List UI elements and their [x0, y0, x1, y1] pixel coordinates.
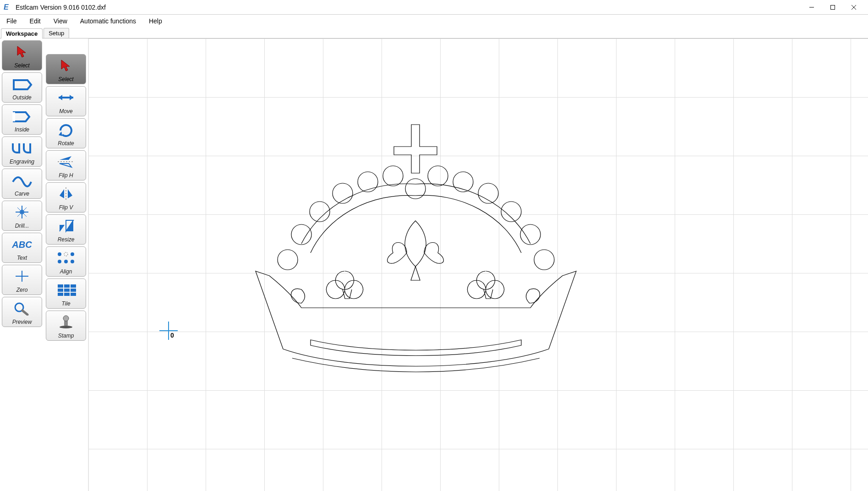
svg-point-36 [405, 179, 426, 199]
window-title: Estlcam Version 9.016 0102.dxf [16, 4, 801, 11]
svg-point-40 [358, 172, 378, 192]
move-tool-button[interactable]: Move [46, 86, 86, 116]
svg-point-18 [58, 252, 61, 256]
tab-strip: WorkspaceSetup [0, 27, 868, 38]
svg-point-43 [453, 172, 473, 192]
close-button[interactable] [843, 0, 864, 15]
carve-icon [2, 169, 42, 191]
move-label: Move [59, 108, 72, 116]
tab-setup[interactable]: Setup [44, 28, 69, 38]
menu-item-help[interactable]: Help [147, 16, 164, 27]
move-icon [46, 87, 86, 108]
preview-tool-button[interactable]: Preview [2, 297, 42, 327]
engraving-icon [2, 137, 42, 158]
minimize-button[interactable] [801, 0, 822, 15]
fliph-label: Flip H [59, 172, 73, 180]
svg-point-35 [63, 316, 69, 321]
svg-point-37 [291, 224, 311, 245]
maximize-button[interactable] [822, 0, 843, 15]
fliph-icon [46, 151, 86, 172]
stamp-label: Stamp [58, 333, 74, 340]
svg-line-14 [22, 311, 27, 315]
flipv-label: Flip V [59, 204, 73, 212]
svg-point-48 [534, 250, 554, 270]
select2-tool-button[interactable]: Select [46, 54, 86, 84]
tile-icon [46, 279, 86, 300]
svg-rect-32 [71, 293, 76, 296]
fliph-tool-button[interactable]: Flip H [46, 150, 86, 180]
preview-label: Preview [12, 319, 32, 327]
title-bar: E Estlcam Version 9.016 0102.dxf [0, 0, 868, 15]
svg-point-39 [333, 183, 353, 203]
engraving-tool-button[interactable]: Engraving [2, 136, 42, 167]
svg-point-20 [71, 252, 74, 256]
svg-point-23 [71, 260, 74, 263]
select-tool-button[interactable]: Select [2, 40, 42, 71]
right-toolbar: SelectMoveRotateFlip HFlip VResizeAlignT… [44, 38, 88, 491]
text-icon: ABC [2, 233, 42, 255]
carve-label: Carve [15, 191, 29, 198]
zero-label: Zero [16, 287, 28, 295]
svg-rect-26 [71, 284, 76, 288]
flipv-tool-button[interactable]: Flip V [46, 182, 86, 213]
text-label: Text [17, 255, 27, 262]
select-label: Select [14, 62, 29, 70]
menu-item-view[interactable]: View [52, 16, 69, 27]
preview-icon [2, 297, 42, 319]
align-tool-button[interactable]: Align [46, 246, 86, 277]
menu-item-automatic-functions[interactable]: Automatic functions [78, 16, 138, 27]
origin-label: 0 [170, 332, 174, 339]
svg-rect-29 [71, 289, 76, 292]
outside-tool-button[interactable]: Outside [2, 72, 42, 103]
rotate-tool-button[interactable]: Rotate [46, 118, 86, 148]
zero-icon [2, 265, 42, 287]
outside-icon [2, 73, 42, 94]
svg-text:ABC: ABC [11, 240, 32, 250]
select-icon [2, 41, 42, 62]
menu-item-edit[interactable]: Edit [28, 16, 43, 27]
app-icon: E [4, 3, 12, 11]
flipv-icon [46, 183, 86, 204]
svg-point-42 [428, 166, 448, 186]
zero-tool-button[interactable]: Zero [2, 265, 42, 295]
text-tool-button[interactable]: ABCText [2, 233, 42, 263]
select2-label: Select [58, 76, 73, 84]
inside-label: Inside [15, 126, 29, 134]
svg-point-45 [501, 202, 521, 222]
svg-point-33 [60, 326, 72, 328]
resize-tool-button[interactable]: Resize [46, 214, 86, 245]
engraving-label: Engraving [10, 158, 34, 166]
svg-rect-27 [58, 289, 63, 292]
drawing-canvas[interactable]: 0 [88, 38, 868, 491]
tile-tool-button[interactable]: Tile [46, 278, 86, 309]
menu-bar: FileEditViewAutomatic functionsHelp [0, 15, 868, 27]
rotate-label: Rotate [58, 140, 74, 148]
drill-icon [2, 201, 42, 223]
select2-icon [46, 55, 86, 76]
drill-label: Drill... [15, 223, 29, 230]
align-label: Align [60, 268, 72, 276]
work-area: SelectOutsideInsideEngravingCarveDrill..… [0, 38, 868, 491]
svg-point-41 [383, 166, 403, 186]
svg-point-21 [58, 260, 61, 263]
origin-marker [159, 322, 178, 340]
svg-rect-1 [831, 5, 835, 9]
tile-label: Tile [61, 300, 70, 308]
drawing-crown [164, 79, 741, 409]
inside-tool-button[interactable]: Inside [2, 104, 42, 135]
window-controls [801, 0, 864, 15]
svg-rect-28 [64, 289, 70, 292]
carve-tool-button[interactable]: Carve [2, 169, 42, 199]
menu-item-file[interactable]: File [5, 16, 19, 27]
drill-tool-button[interactable]: Drill... [2, 201, 42, 231]
stamp-tool-button[interactable]: Stamp [46, 311, 86, 341]
resize-label: Resize [58, 236, 75, 244]
align-icon [46, 247, 86, 268]
svg-rect-25 [64, 284, 70, 288]
outside-label: Outside [12, 94, 31, 102]
rotate-icon [46, 119, 86, 140]
stamp-icon [46, 311, 86, 333]
svg-rect-30 [58, 293, 63, 296]
tab-workspace[interactable]: Workspace [1, 28, 43, 38]
svg-point-46 [520, 224, 540, 245]
